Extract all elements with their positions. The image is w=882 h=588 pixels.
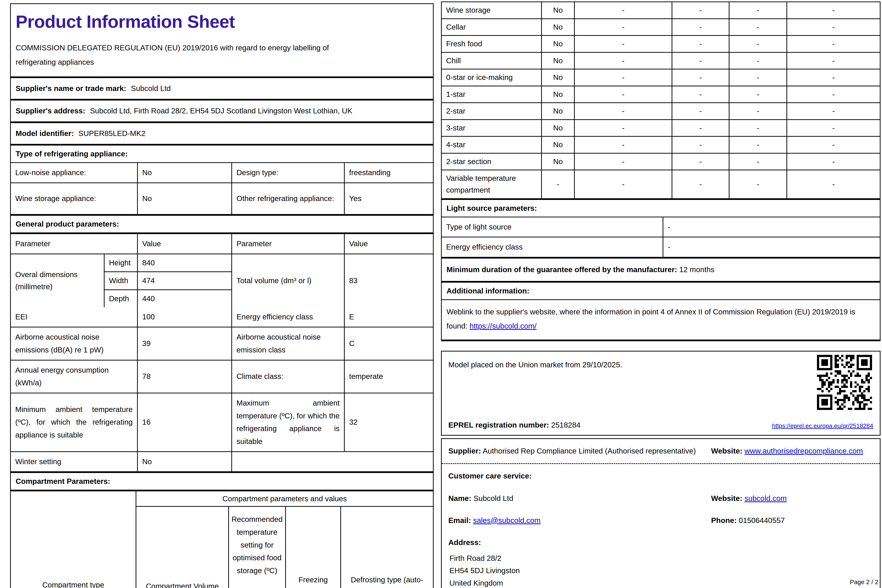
compartment-row-present: No xyxy=(541,103,574,119)
compartment-row-volume: - xyxy=(574,103,672,119)
compartment-row-freezing: - xyxy=(729,69,786,86)
care-phone-label: Phone: xyxy=(711,516,736,525)
supplier-box: Supplier: Authorised Rep Compliance Limi… xyxy=(441,438,880,588)
col-value-2: Value xyxy=(344,234,433,254)
supplier-website-link[interactable]: www.authorisedrepcompliance.com xyxy=(744,447,863,455)
customer-care-section: Customer care service: Name: Subcold Ltd… xyxy=(442,464,880,588)
total-volume-value: 83 xyxy=(344,254,433,308)
compartment-row-present: No xyxy=(541,120,574,136)
model-placed-text: Model placed on the Union market from 29… xyxy=(448,359,798,371)
compartment-row-volume: - xyxy=(574,19,672,35)
compartment-row-defrost: - xyxy=(786,154,880,170)
annual-energy-label: Annual energy consumption (kWh/a) xyxy=(11,360,137,393)
min-temp-label: Minimum ambient temperature (ºC), for wh… xyxy=(11,393,137,451)
care-email-link[interactable]: sales@subcold.com xyxy=(473,516,541,525)
compartment-row-present: No xyxy=(541,69,574,86)
col-parameter-2: Parameter xyxy=(231,234,344,254)
compartment-row-freezing: - xyxy=(729,103,786,119)
care-website-cell: Website: subcold.com xyxy=(711,492,873,506)
dimension-width-value: 474 xyxy=(137,272,231,290)
compartment-row-volume: - xyxy=(574,120,672,136)
dimension-height-value: 840 xyxy=(137,254,231,272)
compartment-row-freezing: - xyxy=(729,36,786,52)
dimension-width-label: Width xyxy=(104,272,137,290)
light-source-type-value: - xyxy=(663,218,880,237)
wine-storage-label: Wine storage appliance: xyxy=(11,183,137,214)
title-section: Product Information Sheet COMMISSION DEL… xyxy=(10,3,434,78)
model-market-box: Model placed on the Union market from 29… xyxy=(441,351,880,436)
compartment-row-volume: - xyxy=(574,170,672,198)
compartment-row-temp: - xyxy=(672,69,729,86)
compartment-row-present: No xyxy=(541,2,574,18)
supplier-name-value: Subcold Ltd xyxy=(131,84,171,93)
defrost-col-header: Defrosting type (auto-defrost=A, manual … xyxy=(340,507,433,588)
noise-label: Airborne acoustical noise emissions (dB(… xyxy=(11,327,137,360)
compartment-row-defrost: - xyxy=(786,137,880,153)
compartment-row-present: No xyxy=(541,137,574,153)
light-source-section: Light source parameters: Type of light s… xyxy=(441,200,880,258)
supplier-weblink[interactable]: https://subcold.com/ xyxy=(470,322,537,330)
compartment-row: 1-star No - - - - xyxy=(442,86,880,102)
care-address-lines: Firth Road 28/2 EH54 5DJ Livingston Unit… xyxy=(448,552,873,588)
temp-col-header: Recommended temperature setting for opti… xyxy=(228,507,285,588)
max-temp-label: Maximum ambient temperature (ºC), for wh… xyxy=(231,393,344,451)
compartment-row-present: No xyxy=(541,154,574,170)
compartment-row-defrost: - xyxy=(786,19,880,35)
compartment-row-present: No xyxy=(541,53,574,69)
other-appliance-value: Yes xyxy=(344,183,433,214)
compartment-row-freezing: - xyxy=(729,53,786,69)
guarantee-value: 12 months xyxy=(680,266,714,274)
care-name-row: Name: Subcold Ltd Website: subcold.com xyxy=(448,492,873,506)
additional-info-section: Additional information: Weblink to the s… xyxy=(441,283,880,341)
compartment-row-temp: - xyxy=(672,154,729,170)
compartment-row-temp: - xyxy=(672,53,729,69)
compartment-row-temp: - xyxy=(672,103,729,119)
compartment-row-label: Cellar xyxy=(442,19,541,35)
type-row-1: Low-noise appliance: No Design type: fre… xyxy=(11,163,433,183)
dimensions-label: Overal dimensions (millimetre) xyxy=(11,254,104,308)
compartment-row-temp: - xyxy=(672,170,729,198)
supplier-row: Supplier: Authorised Rep Compliance Limi… xyxy=(442,439,880,463)
care-phone-cell: Phone: 01506440557 xyxy=(711,514,873,528)
compartment-row-temp: - xyxy=(672,86,729,102)
model-identifier-row: Model identifier: SUPER85LED-MK2 xyxy=(10,123,434,146)
page2-footer: Page 2 / 2 xyxy=(850,579,878,586)
compartment-row-label: Wine storage xyxy=(442,2,541,18)
ambient-temp-row: Minimum ambient temperature (ºC), for wh… xyxy=(11,393,433,451)
temp-col-header-line1: Recommended temperature setting for opti… xyxy=(231,513,283,577)
compartment-row-temp: - xyxy=(672,137,729,153)
model-identifier-value: SUPER85LED-MK2 xyxy=(78,129,146,138)
compartment-row-defrost: - xyxy=(786,2,880,18)
compartment-row-present: - xyxy=(541,170,574,198)
dimension-height-label: Height xyxy=(104,254,137,272)
freezing-col-header: Freezing capacity (kg/24h) xyxy=(285,507,340,588)
page-2: Wine storage No - - - - Cellar No - - - … xyxy=(441,2,880,587)
qr-code xyxy=(817,355,872,410)
compartment-row-present: No xyxy=(541,86,574,102)
page-1: Product Information Sheet COMMISSION DEL… xyxy=(10,3,434,588)
compartment-row-temp: - xyxy=(672,19,729,35)
compartment-row-temp: - xyxy=(672,120,729,136)
annual-energy-row: Annual energy consumption (kWh/a) 78 Cli… xyxy=(11,360,433,393)
care-website-link[interactable]: subcold.com xyxy=(744,494,787,502)
compartment-row-volume: - xyxy=(574,154,672,170)
supplier-address-value: Subcold Ltd, Firth Road 28/2, EH54 5DJ S… xyxy=(90,106,352,115)
other-appliance-label: Other refrigerating appliance: xyxy=(231,183,344,214)
compartment-row-freezing: - xyxy=(729,154,786,170)
care-email-cell: Email: sales@subcold.com xyxy=(448,514,711,528)
light-source-class-value: - xyxy=(663,237,880,257)
care-name-cell: Name: Subcold Ltd xyxy=(448,492,711,506)
care-phone-value: 01506440557 xyxy=(739,516,785,525)
regulation-subtitle: COMMISSION DELEGATED REGULATION (EU) 201… xyxy=(16,34,345,72)
compartment-row-volume: - xyxy=(574,2,672,18)
care-name-label: Name: xyxy=(448,494,471,502)
design-type-value: freestanding xyxy=(344,163,433,183)
eprel-link[interactable]: https://eprel.ec.europa.eu/qr/2518284 xyxy=(772,423,873,429)
customer-care-header: Customer care service: xyxy=(448,469,873,483)
temp-col-header-line2: These settings shall not contradict the … xyxy=(232,585,282,588)
supplier-address-label: Supplier's address: xyxy=(16,106,85,115)
compartment-table: Compartment type Compartment parameters … xyxy=(10,491,434,588)
compartment-row-defrost: - xyxy=(786,36,880,52)
page-title: Product Information Sheet xyxy=(16,8,428,34)
compartment-row: 3-star No - - - - xyxy=(442,119,880,136)
